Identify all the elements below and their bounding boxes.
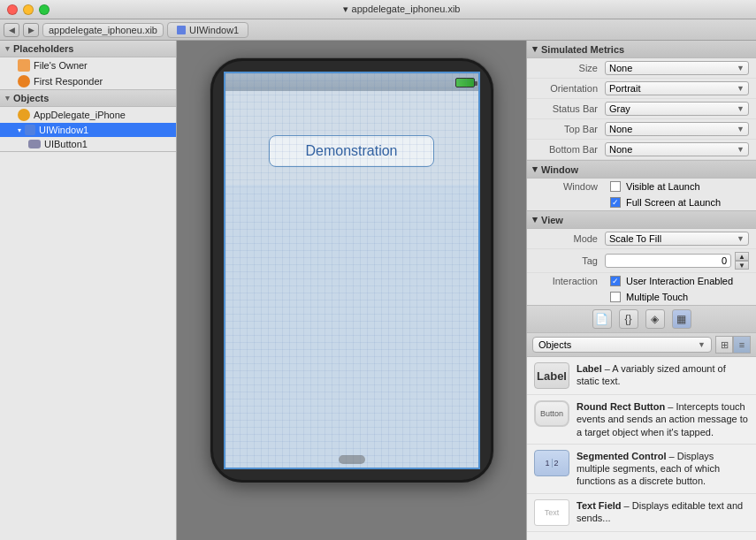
iphone-screen: Demonstration (224, 72, 480, 469)
orientation-value: Portrait ▼ (605, 81, 749, 95)
view-section: ▾ View Mode Scale To Fill ▼ Tag ▲ (527, 211, 756, 306)
seg-icon-text2: 2 (552, 459, 559, 468)
screen-content: Demonstration (225, 91, 478, 185)
stepper-up[interactable]: ▲ (735, 252, 749, 261)
tab-label: UIWindow1 (189, 25, 239, 35)
size-select[interactable]: None ▼ (605, 61, 749, 75)
grid-view-btn[interactable]: ⊞ (715, 336, 733, 354)
main-layout: ▾ Placeholders File's Owner First Respon… (0, 41, 756, 540)
library-bar: Objects ▼ ⊞ ≡ (527, 333, 756, 357)
maximize-button[interactable] (39, 4, 50, 15)
tag-row: Tag ▲ ▼ (527, 249, 756, 273)
breadcrumb-item: appdelegate_iphoneu.xib (49, 25, 157, 35)
bottombar-row: Bottom Bar None ▼ (527, 140, 756, 160)
user-interaction-row: Interaction ✓ User Interaction Enabled (527, 273, 756, 289)
center-canvas[interactable]: Demonstration (177, 41, 526, 540)
sidebar-item-uiwindow1[interactable]: ▾ UIWindow1 (0, 123, 176, 137)
multiple-touch-checkbox[interactable] (610, 292, 621, 302)
round-rect-description: Round Rect Button – Intercepts touch eve… (577, 400, 749, 438)
user-interaction-text: User Interaction Enabled (626, 276, 733, 286)
placeholders-header[interactable]: ▾ Placeholders (0, 41, 176, 57)
sidebar-item-appdelegate[interactable]: AppDelegate_iPhone (0, 107, 176, 123)
segmented-description: Segmented Control – Displays multiple se… (577, 450, 749, 488)
mode-select-arrow: ▼ (737, 234, 745, 243)
textfield-icon-text: Text (545, 508, 560, 517)
window-collapse-icon: ▾ (532, 164, 538, 175)
full-screen-checkbox[interactable]: ✓ (610, 197, 621, 208)
view-label: View (541, 215, 563, 225)
bottombar-label: Bottom Bar (534, 144, 605, 155)
sidebar-item-first-responder[interactable]: First Responder (0, 73, 176, 89)
back-button[interactable]: ◀ (4, 23, 19, 37)
grid-icon-btn[interactable]: ▦ (672, 309, 691, 329)
right-panel: ▾ Simulated Metrics Size None ▼ Orientat… (526, 41, 756, 540)
cube-icon-btn[interactable]: ◈ (645, 309, 665, 329)
placeholders-section: ▾ Placeholders File's Owner First Respon… (0, 41, 176, 90)
breadcrumb[interactable]: appdelegate_iphoneu.xib (42, 23, 164, 37)
title-bar: ▾ appdelegate_iphoneu.xib (0, 0, 756, 19)
orientation-row: Orientation Portrait ▼ (527, 79, 756, 99)
mode-label: Mode (534, 233, 605, 244)
forward-button[interactable]: ▶ (23, 23, 39, 37)
left-panel: ▾ Placeholders File's Owner First Respon… (0, 41, 177, 540)
topbar-select[interactable]: None ▼ (605, 122, 749, 136)
close-button[interactable] (7, 4, 18, 15)
label-icon-text: Label (537, 369, 567, 383)
statusbar-select-value: Gray (609, 103, 630, 114)
first-responder-label: First Responder (34, 76, 103, 87)
appdelegate-label: AppDelegate_iPhone (34, 110, 126, 120)
iphone-frame: Demonstration (210, 58, 493, 483)
view-header[interactable]: ▾ View (527, 211, 756, 229)
size-row: Size None ▼ (527, 58, 756, 79)
visible-at-launch-checkbox[interactable] (610, 181, 621, 192)
mode-select[interactable]: Scale To Fill ▼ (605, 232, 749, 246)
placeholders-label: Placeholders (13, 43, 73, 54)
label-icon: Label (534, 362, 569, 389)
list-item[interactable]: Label Label – A variably sized amount of… (527, 357, 756, 395)
label-description: Label – A variably sized amount of stati… (577, 362, 749, 388)
tag-label: Tag (534, 255, 605, 266)
status-bar (225, 73, 478, 91)
window-label: Window (541, 164, 578, 175)
window-section: ▾ Window Window Visible at Launch ✓ Full… (527, 161, 756, 211)
statusbar-row: Status Bar Gray ▼ (527, 99, 756, 119)
topbar-label: Top Bar (534, 124, 605, 134)
user-interaction-checkbox[interactable]: ✓ (610, 276, 621, 286)
orientation-select[interactable]: Portrait ▼ (605, 81, 749, 95)
list-item[interactable]: Text Text Field – Displays editable text… (527, 494, 756, 532)
list-item[interactable]: 1 2 Segmented Control – Displays multipl… (527, 445, 756, 494)
objects-label: Objects (13, 93, 49, 103)
multiple-touch-text: Multiple Touch (626, 292, 688, 302)
sidebar-item-uibutton1[interactable]: UIButton1 (0, 137, 176, 151)
tab-uiwindow1[interactable]: UIWindow1 (167, 22, 248, 38)
uiwindow-icon (25, 125, 35, 135)
simulated-metrics-label: Simulated Metrics (541, 44, 624, 55)
window-header[interactable]: ▾ Window (527, 161, 756, 179)
simulated-metrics-header[interactable]: ▾ Simulated Metrics (527, 41, 756, 58)
code-icon-btn[interactable]: {} (619, 309, 638, 329)
topbar-select-arrow: ▼ (737, 125, 745, 133)
visible-at-launch-row: Window Visible at Launch (527, 179, 756, 194)
tag-stepper[interactable]: ▲ ▼ (735, 252, 749, 270)
bottombar-select[interactable]: None ▼ (605, 142, 749, 156)
window-cb-label: Window (534, 181, 605, 192)
tag-value: ▲ ▼ (605, 252, 749, 270)
segmented-title: Segmented Control (577, 451, 666, 461)
list-item[interactable]: Button Round Rect Button – Intercepts to… (527, 395, 756, 445)
tag-input[interactable] (605, 254, 731, 268)
stepper-down[interactable]: ▼ (735, 261, 749, 270)
round-rect-icon-text: Button (540, 409, 563, 418)
window-title: ▾ appdelegate_iphoneu.xib (55, 4, 749, 15)
list-view-btn[interactable]: ≡ (733, 336, 751, 354)
segmented-icon: 1 2 (534, 450, 569, 476)
demonstration-button[interactable]: Demonstration (269, 135, 433, 167)
topbar-select-value: None (609, 124, 632, 134)
library-dropdown[interactable]: Objects ▼ (532, 337, 712, 353)
statusbar-select[interactable]: Gray ▼ (605, 102, 749, 116)
minimize-button[interactable] (23, 4, 34, 15)
sidebar-item-files-owner[interactable]: File's Owner (0, 57, 176, 73)
statusbar-select-arrow: ▼ (737, 104, 745, 113)
collapse-icon: ▾ (532, 43, 538, 55)
file-icon-btn[interactable]: 📄 (592, 309, 612, 329)
objects-header[interactable]: ▾ Objects (0, 90, 176, 107)
